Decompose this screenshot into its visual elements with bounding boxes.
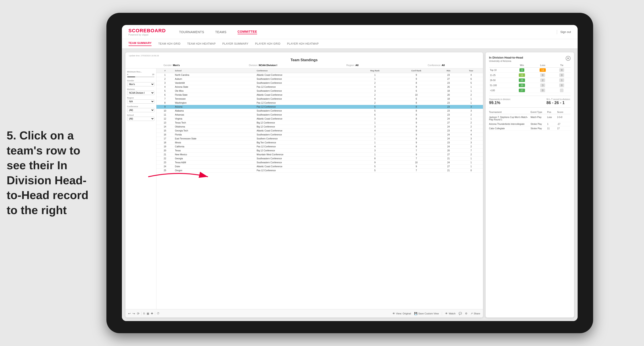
tournament-row-2: Arizona Thunderbirds Intercollegiate Str…	[489, 122, 570, 126]
sub-nav-player-h2h[interactable]: PLAYER H2H GRID	[255, 42, 280, 45]
gender-label: Gender	[127, 80, 154, 82]
update-time: Update time: 27/03/2024 16:56:26	[129, 55, 480, 57]
table-header-row: # School Conference Reg Rank Conf Rank R…	[156, 68, 483, 73]
table-row[interactable]: 4 Arizona State Pac-12 Conference 4 9 26…	[156, 85, 483, 89]
tablet-frame: SCOREBOARD Powered by clippd TOURNAMENTS…	[106, 13, 593, 333]
save-custom-btn[interactable]: 💾 Save Custom View	[414, 312, 439, 315]
table-row[interactable]: 8 Washington Pac-12 Conference 2 8 23 1	[156, 101, 483, 105]
table-row[interactable]: 17 East Tennessee State Southern Confere…	[156, 137, 483, 141]
h2h-header: In Division Head-to-Head University of A…	[489, 56, 570, 62]
division-select[interactable]: NCAA Division I	[127, 91, 154, 95]
table-row[interactable]: 12 Virginia Atlantic Coast Conference 3 …	[156, 117, 483, 121]
sub-nav: TEAM SUMMARY TEAM H2H GRID TEAM H2H HEAT…	[122, 39, 578, 49]
tablet-screen: SCOREBOARD Powered by clippd TOURNAMENTS…	[122, 25, 578, 321]
division-label: Division	[127, 88, 154, 90]
nav-tournaments[interactable]: TOURNAMENTS	[179, 30, 204, 34]
h2h-row-2650: 26-50 25 2 1	[489, 78, 570, 83]
table-row[interactable]: 7 Tennessee Southeastern Conference 4 6 …	[156, 97, 483, 101]
tournament-header-row: Tournament Event Type Pos Score	[489, 110, 570, 114]
gender-select[interactable]: Men's	[127, 82, 154, 86]
h2h-row-100plus: >100 27 0	[489, 88, 570, 93]
sign-out[interactable]: Sign out	[560, 30, 571, 34]
record-value: 86 - 26 - 1	[546, 101, 570, 105]
panel-body: Minimum Rou... 4 20 Gender	[126, 68, 483, 309]
table-row[interactable]: 16 Florida Southeastern Conference 7 9 2…	[156, 133, 483, 137]
table-row[interactable]: 15 Georgia Tech Atlantic Coast Conferenc…	[156, 129, 483, 133]
table-area: # School Conference Reg Rank Conf Rank R…	[156, 68, 483, 309]
toolbar-sep-2	[155, 312, 155, 315]
sub-nav-player-summary[interactable]: PLAYER SUMMARY	[222, 42, 248, 45]
brand-logo: SCOREBOARD Powered by clippd	[128, 28, 166, 36]
sub-nav-team-summary[interactable]: TEAM SUMMARY	[128, 41, 152, 46]
clock-btn[interactable]: ⏱	[157, 312, 160, 315]
settings-btn[interactable]: ⚙	[465, 312, 468, 315]
table-row[interactable]: 13 Texas Tech Big 12 Conference 1 9 27 2	[156, 121, 483, 125]
standings-panel: Update time: 27/03/2024 16:56:26 Team St…	[126, 52, 483, 318]
table-row[interactable]: 9 Arizona Pac-12 Conference 5 8 23 3	[156, 105, 483, 109]
table-row[interactable]: 25 Oregon Pac-12 Conference 5 7 21 0	[156, 169, 483, 173]
opponents-stat: Opponents in division: 99.1%	[489, 98, 511, 105]
sub-nav-h2h-heatmap[interactable]: TEAM H2H HEATMAP	[187, 42, 216, 45]
table-row[interactable]: 23 Texas A&M Southeastern Conference 9 1…	[156, 161, 483, 165]
table-row[interactable]: 18 Illinois Big Ten Conference 1 9 23 3	[156, 141, 483, 145]
tournaments-section: Tournament Event Type Pos Score Jackson …	[489, 110, 570, 131]
opponents-value: 99.1%	[489, 101, 511, 105]
annotation-container: 5. Click on a team's row to see their In…	[7, 128, 91, 218]
opponents-label: Opponents in division:	[489, 98, 511, 101]
conference-select[interactable]: (All)	[127, 108, 154, 112]
brand-name: SCOREBOARD	[128, 28, 166, 34]
tournament-row-3: Cabo Collegiate Stroke Play 11 17	[489, 126, 570, 131]
school-select[interactable]: (All)	[127, 117, 154, 121]
table-row[interactable]: 24 Duke Atlantic Coast Conference 5 9 27…	[156, 165, 483, 169]
plus-btn[interactable]: ✚	[151, 312, 153, 315]
h2h-close-btn[interactable]: ✕	[566, 56, 570, 61]
division-group: Division NCAA Division I	[127, 88, 154, 95]
grid-btn[interactable]: ▦	[147, 312, 149, 315]
h2h-row-top10: Top 10 3 13 0	[489, 68, 570, 73]
table-row[interactable]: 11 Arkansas Southeastern Conference 6 8 …	[156, 113, 483, 117]
redo2-btn[interactable]: ⟳	[137, 312, 140, 315]
region-select[interactable]: N/A	[127, 99, 154, 104]
table-row[interactable]: 2 Auburn Southeastern Conference 1 9 27 …	[156, 77, 483, 81]
app-header: SCOREBOARD Powered by clippd TOURNAMENTS…	[122, 25, 578, 39]
comment-btn[interactable]: 💬	[458, 312, 462, 315]
redo-btn[interactable]: ↪	[132, 312, 135, 315]
table-row[interactable]: 22 Georgia Southeastern Conference 8 7 2…	[156, 157, 483, 161]
panel-title: Team Standings	[129, 58, 480, 62]
filters-sidebar: Minimum Rou... 4 20 Gender	[126, 68, 156, 309]
panel-filters-row: Gender: Men's Division: NCAA Division I …	[129, 64, 480, 66]
main-content: Update time: 27/03/2024 16:56:26 Team St…	[122, 49, 578, 321]
table-row[interactable]: 3 Vanderbilt Southeastern Conference 2 8…	[156, 81, 483, 85]
gender-group: Gender Men's	[127, 80, 154, 86]
nav-committee[interactable]: COMMITTEE	[238, 30, 257, 34]
copy-btn[interactable]: ⎘	[143, 312, 145, 315]
toolbar-sep-3	[442, 312, 442, 315]
view-original-btn[interactable]: 👁 View: Original	[392, 312, 411, 315]
nav-teams[interactable]: TEAMS	[215, 30, 226, 34]
sub-nav-h2h-grid[interactable]: TEAM H2H GRID	[158, 42, 180, 45]
watch-btn[interactable]: 👁 Watch	[445, 312, 456, 315]
table-row[interactable]: 5 Ole Miss Southeastern Conference 3 6 1…	[156, 89, 483, 93]
table-row[interactable]: 1 North Carolina Atlantic Coast Conferen…	[156, 73, 483, 77]
h2h-row-51100: 51-100 20 3 0	[489, 83, 570, 88]
standings-table: # School Conference Reg Rank Conf Rank R…	[156, 68, 483, 173]
table-row[interactable]: 6 Florida State Atlantic Coast Conferenc…	[156, 93, 483, 97]
min-rounds-group: Minimum Rou... 4 20	[127, 71, 154, 77]
table-row[interactable]: 10 Alabama Southeastern Conference 5 8 2…	[156, 109, 483, 113]
table-row[interactable]: 14 Oklahoma Big 12 Conference 3 9 24 2	[156, 125, 483, 129]
min-rounds-label: Minimum Rou...	[127, 71, 154, 73]
region-group: Region N/A	[127, 97, 154, 104]
bottom-toolbar: ↩ ↪ ⟳ ⎘ ▦ ✚ ⏱ 👁 View: Original	[126, 309, 483, 318]
undo-btn[interactable]: ↩	[128, 312, 131, 315]
sub-nav-player-heatmap[interactable]: PLAYER H2H HEATMAP	[287, 42, 319, 45]
table-row[interactable]: 20 Texas Big 12 Conference 3 7 20 7	[156, 149, 483, 153]
h2h-stats-row: Opponents in division: 99.1% W-L-T recor…	[489, 96, 570, 108]
conference-filter: Conference: All	[428, 64, 445, 66]
conference-label: Conference	[127, 105, 154, 108]
slider-track[interactable]	[127, 76, 154, 77]
table-row[interactable]: 19 California Pac-12 Conference 4 8 24 2	[156, 145, 483, 149]
h2h-team: University of Arizona	[489, 60, 523, 62]
share-btn[interactable]: ↗ Share	[470, 312, 480, 315]
school-label: School	[127, 114, 154, 116]
table-row[interactable]: 21 New Mexico Mountain West Conference 1…	[156, 153, 483, 157]
